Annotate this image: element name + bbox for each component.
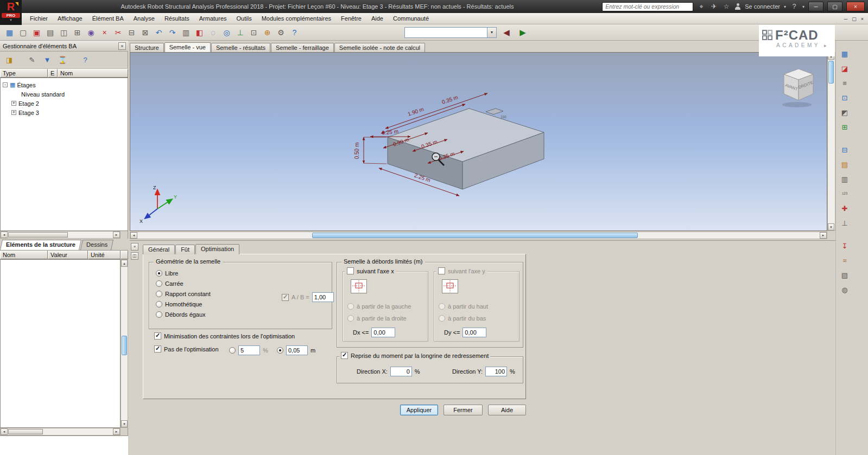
column-valeur[interactable]: Valeur xyxy=(48,251,88,259)
tree-label[interactable]: Niveau standard xyxy=(21,91,65,98)
menu-aide[interactable]: Aide xyxy=(366,13,388,24)
tree-label[interactable]: Etage 3 xyxy=(18,110,39,116)
tab-dessins[interactable]: Dessins xyxy=(80,240,113,250)
menu-affichage[interactable]: Affichage xyxy=(53,13,87,24)
radio-debords-egaux[interactable]: Débords égaux xyxy=(156,311,206,318)
screen-capture-icon[interactable]: ◉ xyxy=(84,26,98,39)
aide-button[interactable]: Aide xyxy=(488,405,526,415)
maximize-button[interactable]: ▢ xyxy=(827,2,842,11)
tab-fut[interactable]: Fût xyxy=(175,245,195,254)
menu-communaute[interactable]: Communauté xyxy=(388,13,434,24)
reprise-moment-checkbox[interactable] xyxy=(341,352,348,359)
appliquer-button[interactable]: Appliquer xyxy=(400,405,438,415)
layers-icon[interactable]: ▤ xyxy=(839,159,851,170)
element-manager-icon[interactable]: ◨ xyxy=(3,54,15,66)
viewport-vertical-scrollbar[interactable]: ▲ ▼ xyxy=(827,52,835,231)
reinforcement-icon[interactable]: ≈ xyxy=(839,255,851,266)
menu-armatures[interactable]: Armatures xyxy=(194,13,232,24)
radio-icon[interactable] xyxy=(439,315,445,322)
loads-icon[interactable]: ↧ xyxy=(839,240,851,251)
node-marks-icon[interactable]: ✚ xyxy=(839,203,851,214)
menu-fichier[interactable]: Fichier xyxy=(25,13,53,24)
section-icon[interactable]: ⊟ xyxy=(839,144,851,155)
step-meter-field[interactable] xyxy=(286,345,308,355)
tab-optimisation[interactable]: Optimisation xyxy=(195,244,239,254)
project-layout-icon[interactable]: ▦ xyxy=(3,26,16,39)
close-button[interactable]: × xyxy=(846,2,865,11)
panel-pin-icon[interactable]: ◫ xyxy=(131,252,138,260)
column-unite[interactable]: Unité xyxy=(88,251,121,259)
favorites-star-icon[interactable]: ☆ xyxy=(722,3,731,10)
help-globe-icon[interactable]: ? xyxy=(288,26,301,39)
radio-a-partir-du-haut[interactable]: à partir du haut xyxy=(439,303,488,310)
radio-icon[interactable] xyxy=(439,303,445,310)
scroll-down-icon[interactable]: ▼ xyxy=(121,420,128,427)
radio-a-partir-de-la-gauche[interactable]: à partir de la gauche xyxy=(347,303,411,310)
tab-structure[interactable]: Structure xyxy=(130,43,164,52)
tree-row-niveau-standard[interactable]: Niveau standard xyxy=(1,89,128,99)
preferences-icon[interactable]: ⚙ xyxy=(274,26,288,39)
scroll-right-icon[interactable]: ► xyxy=(113,428,120,435)
tables-icon[interactable]: ▥ xyxy=(179,26,193,39)
tab-semelle-isolee-note-de-calcul[interactable]: Semelle isolée - note de calcul xyxy=(334,43,425,52)
tree-expander-icon[interactable]: + xyxy=(11,110,16,115)
step-meter-option[interactable]: m xyxy=(277,345,315,355)
tab-semelle-ferraillage[interactable]: Semelle - ferraillage xyxy=(271,43,334,52)
share-icon[interactable]: ✈ xyxy=(709,3,718,10)
help-caret-icon[interactable]: ▾ xyxy=(802,4,804,9)
column-e[interactable]: E xyxy=(48,69,58,78)
zoom-window-icon[interactable]: ◎ xyxy=(220,26,233,39)
redo-icon[interactable]: ↷ xyxy=(166,26,179,39)
minimize-button[interactable]: ─ xyxy=(808,2,823,11)
suivant-axe-y-row[interactable]: suivant l'axe y xyxy=(436,267,487,274)
print-icon[interactable]: ▤ xyxy=(43,26,57,39)
scroll-left-icon[interactable]: ◄ xyxy=(130,232,137,239)
view-manager-icon[interactable]: ▦ xyxy=(839,48,851,59)
nav-forward-button[interactable]: ▶ xyxy=(516,26,529,39)
supports-icon[interactable]: ⊥ xyxy=(839,217,851,228)
tree-horizontal-scrollbar[interactable]: ◄ ► xyxy=(0,231,121,239)
tab-semelle-resultats[interactable]: Semelle - résultats xyxy=(211,43,270,52)
mass-icon[interactable]: ⊕ xyxy=(261,26,274,39)
search-icon[interactable]: ⌖ xyxy=(697,3,706,10)
radio-a-partir-du-bas[interactable]: à partir du bas xyxy=(439,315,486,322)
nav-back-button[interactable]: ◀ xyxy=(500,26,513,39)
column-nom[interactable]: Nom xyxy=(58,69,128,78)
ratio-ab-field[interactable] xyxy=(312,292,334,302)
numbering-icon[interactable]: ¹²³ xyxy=(839,188,851,199)
property-vertical-scrollbar[interactable]: ▲ ▼ xyxy=(121,259,128,428)
tree-row-etage-3[interactable]: + Etage 3 xyxy=(1,108,128,117)
save-icon[interactable]: ▣ xyxy=(30,26,43,39)
scrollbar-thumb[interactable] xyxy=(828,61,834,84)
axis-definition-icon[interactable]: ⊞ xyxy=(839,121,851,132)
radio-icon[interactable] xyxy=(347,303,354,310)
menu-analyse[interactable]: Analyse xyxy=(129,13,160,24)
minimisation-checkbox[interactable] xyxy=(154,332,161,339)
scroll-up-icon[interactable]: ▲ xyxy=(121,260,128,267)
search-input[interactable] xyxy=(602,2,693,11)
structure-tree[interactable]: - ▦ Étages Niveau standard + Etage 2 + E… xyxy=(0,78,128,231)
menu-outils[interactable]: Outils xyxy=(232,13,257,24)
sign-in-button[interactable]: Se connecter xyxy=(745,3,780,10)
bars-display-icon[interactable]: ▥ xyxy=(839,174,851,184)
panel-close-icon[interactable]: × xyxy=(118,42,126,50)
objects-icon[interactable]: ▧ xyxy=(839,270,851,280)
mdi-restore-icon[interactable]: ▢ xyxy=(852,16,857,22)
delete-icon[interactable]: × xyxy=(98,26,111,39)
radio-carree[interactable]: Carrée xyxy=(156,280,183,287)
copy-icon[interactable]: ⊟ xyxy=(125,26,138,39)
zoom-initial-icon[interactable]: ⊡ xyxy=(839,92,851,103)
direction-x-field[interactable] xyxy=(390,367,412,376)
radio-icon[interactable] xyxy=(156,311,162,318)
radio-icon[interactable] xyxy=(156,301,162,307)
menu-modules-complementaires[interactable]: Modules complémentaires xyxy=(257,13,336,24)
display-options-icon[interactable]: ⊡ xyxy=(247,26,261,39)
zoom-icon[interactable]: ◌ xyxy=(206,26,220,39)
tree-row-etage-2[interactable]: + Etage 2 xyxy=(1,99,128,108)
sign-in-caret-icon[interactable]: ▾ xyxy=(784,4,786,9)
view-3d-icon[interactable]: ◩ xyxy=(839,107,851,118)
property-table[interactable] xyxy=(0,259,121,428)
user-account-icon[interactable] xyxy=(734,3,741,10)
display-attributes-icon[interactable]: ◪ xyxy=(839,63,851,74)
dx-limit-field[interactable] xyxy=(371,328,395,337)
